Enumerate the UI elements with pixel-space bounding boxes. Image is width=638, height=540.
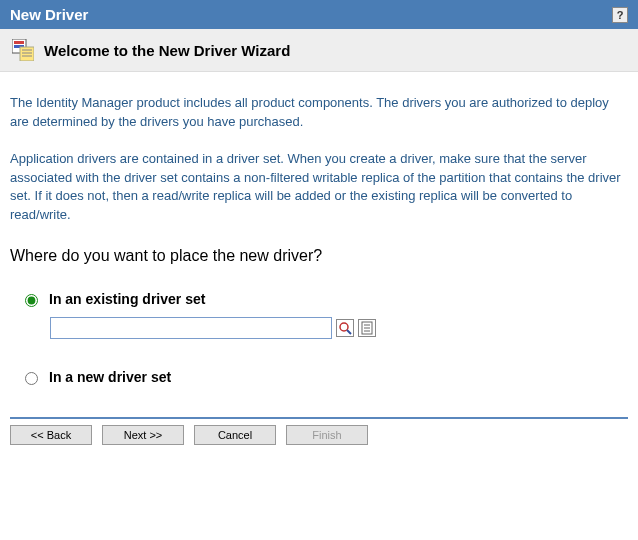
divider bbox=[10, 417, 628, 419]
placement-radio-group: In an existing driver set In bbox=[10, 291, 628, 385]
existing-driver-set-input[interactable] bbox=[50, 317, 332, 339]
button-bar: << Back Next >> Cancel Finish bbox=[0, 425, 638, 455]
svg-rect-1 bbox=[14, 41, 24, 44]
finish-button: Finish bbox=[286, 425, 368, 445]
intro-text: The Identity Manager product includes al… bbox=[10, 94, 628, 225]
radio-existing-driver-set[interactable] bbox=[25, 294, 38, 307]
back-button[interactable]: << Back bbox=[10, 425, 92, 445]
radio-existing-label[interactable]: In an existing driver set bbox=[49, 291, 205, 307]
svg-rect-3 bbox=[20, 47, 34, 61]
svg-line-8 bbox=[347, 330, 351, 334]
placement-question: Where do you want to place the new drive… bbox=[10, 247, 628, 265]
window-title: New Driver bbox=[10, 6, 88, 23]
wizard-content: The Identity Manager product includes al… bbox=[0, 72, 638, 405]
radio-row-existing: In an existing driver set bbox=[20, 291, 628, 307]
radio-row-new: In a new driver set bbox=[20, 369, 628, 385]
history-icon[interactable] bbox=[358, 319, 376, 337]
wizard-title: Welcome to the New Driver Wizard bbox=[44, 42, 290, 59]
next-button[interactable]: Next >> bbox=[102, 425, 184, 445]
radio-new-label[interactable]: In a new driver set bbox=[49, 369, 171, 385]
wizard-icon bbox=[12, 39, 34, 61]
existing-driver-set-input-row bbox=[50, 317, 628, 339]
help-icon[interactable]: ? bbox=[612, 7, 628, 23]
browse-icon[interactable] bbox=[336, 319, 354, 337]
svg-point-7 bbox=[340, 323, 348, 331]
intro-paragraph-2: Application drivers are contained in a d… bbox=[10, 150, 628, 225]
wizard-subheader: Welcome to the New Driver Wizard bbox=[0, 29, 638, 72]
intro-paragraph-1: The Identity Manager product includes al… bbox=[10, 94, 628, 132]
radio-new-driver-set[interactable] bbox=[25, 372, 38, 385]
title-bar: New Driver ? bbox=[0, 0, 638, 29]
cancel-button[interactable]: Cancel bbox=[194, 425, 276, 445]
